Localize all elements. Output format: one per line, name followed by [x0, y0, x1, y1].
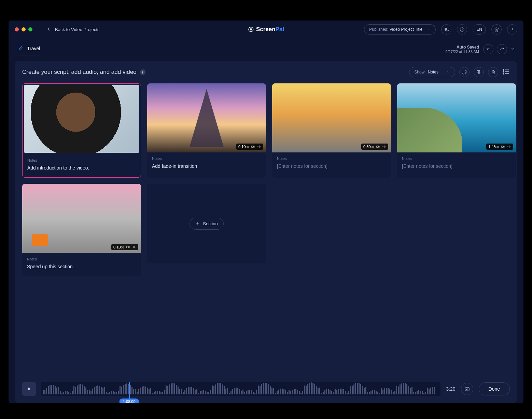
import-button[interactable]	[474, 67, 484, 77]
more-menu[interactable]	[510, 46, 515, 52]
notes-text[interactable]: Add introduction to the video.	[27, 165, 136, 171]
publish-label: Published:	[369, 27, 388, 32]
section-card[interactable]: 1:43.00Notes[Enter notes for section]	[397, 83, 516, 178]
info-icon[interactable]: i	[140, 69, 145, 75]
svg-rect-6	[377, 146, 379, 148]
audio-icon	[382, 145, 386, 149]
window-controls	[15, 27, 32, 31]
list-view-toggle[interactable]	[502, 68, 510, 77]
duration-badge: 0:10.00	[111, 244, 138, 250]
undo-button[interactable]	[483, 44, 493, 54]
duration-badge: 0:10.00	[236, 144, 263, 150]
notes-block: Notes[Enter notes for section]	[397, 152, 516, 176]
notes-label: Notes	[27, 158, 136, 162]
play-button[interactable]	[22, 382, 36, 396]
chevron-down-icon	[447, 70, 450, 75]
svg-point-4	[503, 73, 504, 74]
language-button[interactable]: EN	[473, 24, 486, 35]
duration-badge: 1:43.00	[486, 144, 513, 150]
video-icon	[126, 245, 130, 249]
video-icon	[376, 145, 380, 149]
section-card[interactable]: 0:30.00Notes[Enter notes for section]	[272, 83, 391, 178]
section-card[interactable]: NotesAdd introduction to the video.	[22, 83, 141, 178]
maximize-window[interactable]	[28, 27, 32, 31]
notes-block: NotesSpeed up this section	[22, 253, 141, 276]
topbar: Back to Video Projects ScreenPal Publish…	[9, 21, 523, 38]
duration-badge: 0:30.00	[361, 144, 388, 150]
section-thumbnail[interactable]	[24, 85, 139, 153]
arrow-left-icon	[46, 26, 52, 33]
enhance-button[interactable]	[461, 383, 473, 395]
layers-icon[interactable]	[491, 24, 502, 35]
notes-placeholder[interactable]: [Enter notes for section]	[402, 163, 511, 169]
back-label: Back to Video Projects	[55, 27, 100, 32]
notes-text[interactable]: Speed up this section	[27, 264, 136, 269]
publish-value: Video Project Title	[390, 27, 423, 32]
section-thumbnail[interactable]: 0:30.00	[272, 83, 391, 152]
project-titlebar: Travel Auto Saved 9/27/22 at 11:38 AM	[9, 38, 523, 59]
notes-text[interactable]: Add fade-in transition	[152, 163, 261, 169]
minimize-window[interactable]	[22, 27, 26, 31]
svg-point-1	[250, 29, 252, 30]
section-card[interactable]: 0:10.00NotesAdd fade-in transition	[147, 83, 266, 178]
audio-icon	[507, 145, 511, 149]
music-button[interactable]	[459, 67, 470, 77]
total-duration: 3:20	[446, 386, 455, 392]
audio-icon	[132, 245, 136, 249]
show-value: Notes	[428, 70, 438, 75]
chevron-down-icon	[427, 27, 431, 32]
instruction-text: Create your script, add audio, and add v…	[22, 69, 145, 76]
audio-icon	[257, 145, 261, 149]
video-icon	[501, 145, 505, 149]
show-dropdown[interactable]: Show: Notes	[409, 67, 455, 77]
notes-block: NotesAdd fade-in transition	[147, 152, 266, 176]
duration-text: 0:10.00	[238, 145, 249, 149]
notes-label: Notes	[402, 157, 511, 161]
autosave-status: Auto Saved 9/27/22 at 11:38 AM	[446, 45, 479, 54]
notes-placeholder[interactable]: [Enter notes for section]	[277, 163, 386, 169]
notes-block: Notes[Enter notes for section]	[272, 152, 391, 176]
edit-icon	[18, 45, 24, 52]
autosave-time: 9/27/22 at 11:38 AM	[446, 50, 479, 54]
plus-icon	[195, 221, 200, 227]
svg-point-3	[503, 71, 504, 72]
duration-text: 0:10.00	[113, 245, 124, 249]
duration-text: 1:43.00	[488, 145, 499, 149]
storyboard-panel: Create your script, add audio, and add v…	[15, 61, 517, 403]
timeline-footer: 1:08.00 3:20 Done	[22, 376, 510, 396]
svg-rect-7	[502, 146, 504, 148]
project-title-group[interactable]: Travel	[17, 43, 41, 55]
svg-point-2	[503, 69, 504, 70]
section-thumbnail[interactable]: 0:10.00	[147, 83, 266, 152]
section-grid: NotesAdd introduction to the video.0:10.…	[22, 83, 510, 276]
help-icon[interactable]	[507, 24, 517, 35]
svg-rect-8	[127, 246, 129, 248]
app-window: Back to Video Projects ScreenPal Publish…	[9, 21, 523, 403]
waveform-scrubber[interactable]	[41, 382, 440, 396]
delete-button[interactable]	[488, 67, 498, 77]
back-button[interactable]: Back to Video Projects	[46, 26, 100, 33]
section-thumbnail[interactable]: 0:10.00	[22, 184, 141, 253]
project-title: Travel	[27, 46, 40, 51]
close-window[interactable]	[15, 27, 19, 31]
brand-b: Pal	[276, 26, 284, 32]
publish-status-dropdown[interactable]: Published: Video Project Title	[364, 24, 436, 35]
video-icon	[251, 145, 255, 149]
show-label: Show:	[414, 70, 425, 75]
section-thumbnail[interactable]: 1:43.00	[397, 83, 516, 152]
notes-label: Notes	[152, 157, 261, 161]
add-section-button[interactable]: Section	[190, 218, 223, 230]
svg-rect-5	[252, 146, 254, 148]
notes-label: Notes	[277, 157, 386, 161]
notes-block: NotesAdd introduction to the video.	[23, 154, 141, 177]
redo-button[interactable]	[497, 44, 507, 54]
add-section-card[interactable]: Section	[147, 184, 266, 263]
playhead-time: 1:08.00	[120, 398, 139, 403]
section-card[interactable]: 0:10.00NotesSpeed up this section	[22, 184, 141, 276]
playlist-icon[interactable]	[441, 24, 451, 35]
notes-label: Notes	[27, 257, 136, 261]
brand-logo: ScreenPal	[248, 26, 284, 33]
history-icon[interactable]	[457, 24, 467, 35]
done-button[interactable]: Done	[479, 382, 510, 395]
duration-text: 0:30.00	[363, 145, 374, 149]
